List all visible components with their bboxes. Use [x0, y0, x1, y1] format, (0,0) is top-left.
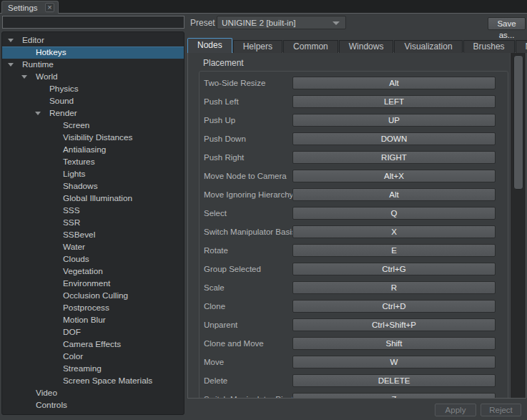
tree-item-vegetation[interactable]: Vegetation — [2, 265, 184, 278]
tab-helpers[interactable]: Helpers — [233, 40, 282, 53]
tree-item-render[interactable]: Render — [2, 107, 184, 119]
hotkey-action-label: Select — [200, 209, 292, 218]
hotkey-row: Switch Manipulator BasisX — [200, 223, 508, 241]
reject-button[interactable]: Reject — [481, 404, 521, 416]
tree-item-camera-effects[interactable]: Camera Effects — [2, 338, 184, 351]
hotkey-action-label: Push Left — [200, 97, 292, 106]
tree-item-label: Physics — [2, 84, 79, 94]
hotkey-button-switch-manipulator-basis[interactable]: X — [292, 225, 496, 238]
tree-item-clouds[interactable]: Clouds — [2, 253, 184, 265]
hotkey-button-push-down[interactable]: DOWN — [292, 132, 496, 145]
tree-item-label: SSS — [2, 205, 80, 215]
vertical-scrollbar[interactable] — [510, 53, 526, 398]
hotkey-action-label: Clone and Move — [200, 339, 292, 348]
preset-dropdown[interactable]: UNIGINE 2 [built-in] — [217, 16, 346, 29]
hotkey-row: Push LeftLEFT — [200, 92, 508, 111]
hotkey-row: Push RightRIGHT — [200, 148, 508, 167]
hotkey-action-label: Two-Side Resize — [200, 79, 292, 87]
hotkey-action-label: Delete — [200, 376, 292, 385]
tree-item-environment[interactable]: Environment — [2, 278, 184, 290]
tree-item-visibility-distances[interactable]: Visibility Distances — [2, 132, 184, 144]
hotkeys-panel: Placement Two-Side ResizeAltPush LeftLEF… — [187, 52, 526, 399]
hotkey-button-switch-manipulator-pivot[interactable]: Z — [292, 393, 496, 399]
tab-navigation[interactable]: Navigation — [516, 40, 527, 53]
hotkey-row: MoveW — [200, 353, 508, 371]
expander-arrow-icon[interactable] — [35, 112, 41, 115]
settings-tab-title: Settings — [8, 4, 39, 12]
tree-item-controls[interactable]: Controls — [2, 399, 184, 411]
hotkey-button-delete[interactable]: DELETE — [292, 374, 496, 387]
hotkey-button-unparent[interactable]: Ctrl+Shift+P — [292, 318, 496, 331]
tree-item-label: Antialiasing — [2, 145, 106, 155]
hotkey-button-rotate[interactable]: E — [292, 244, 496, 257]
tree-item-postprocess[interactable]: Postprocess — [2, 302, 184, 314]
tree-item-sss[interactable]: SSS — [2, 205, 184, 217]
tab-windows[interactable]: Windows — [339, 40, 394, 53]
tree-item-hotkeys[interactable]: Hotkeys — [2, 47, 184, 59]
tree-item-ssr[interactable]: SSR — [2, 217, 184, 229]
hotkey-row: Push UpUP — [200, 111, 508, 130]
tree-item-physics[interactable]: Physics — [2, 83, 184, 95]
hotkey-button-push-right[interactable]: RIGHT — [292, 151, 496, 164]
hotkey-button-push-up[interactable]: UP — [292, 114, 496, 127]
tree-item-label: Screen Space Materials — [2, 376, 152, 386]
hotkey-button-select[interactable]: Q — [292, 207, 496, 220]
tree-item-label: SSBevel — [2, 230, 95, 240]
settings-window: Settings × EditorHotkeysRuntimeWorldPhys… — [0, 0, 527, 420]
hotkey-row: Clone and MoveShift — [200, 334, 508, 353]
tree-item-screen[interactable]: Screen — [2, 119, 184, 132]
tree-item-global-illumination[interactable]: Global Illumination — [2, 192, 184, 205]
hotkey-button-move-ignoring-hierarchy[interactable]: Alt — [292, 188, 496, 201]
tree-item-lights[interactable]: Lights — [2, 168, 184, 180]
hotkey-button-move[interactable]: W — [292, 356, 496, 368]
preset-value: UNIGINE 2 [built-in] — [222, 18, 296, 28]
tree-item-label: SSR — [2, 218, 80, 228]
tree-item-occlusion-culling[interactable]: Occlusion Culling — [2, 290, 184, 302]
hotkey-button-group-selected[interactable]: Ctrl+G — [292, 263, 496, 275]
hotkey-button-clone[interactable]: Ctrl+D — [292, 300, 496, 313]
hotkey-button-clone-and-move[interactable]: Shift — [292, 337, 496, 350]
expander-arrow-icon[interactable] — [8, 39, 14, 42]
tree-item-editor[interactable]: Editor — [2, 34, 184, 47]
apply-button[interactable]: Apply — [435, 404, 476, 416]
tree-item-ssbevel[interactable]: SSBevel — [2, 229, 184, 241]
hotkey-row: Push DownDOWN — [200, 130, 508, 148]
tree-item-color[interactable]: Color — [2, 351, 184, 363]
tab-common[interactable]: Common — [283, 40, 338, 53]
hotkey-button-scale[interactable]: R — [292, 281, 496, 294]
tree-item-motion-blur[interactable]: Motion Blur — [2, 314, 184, 326]
scrollbar-thumb[interactable] — [513, 55, 523, 190]
tree-item-world[interactable]: World — [2, 71, 184, 83]
hotkey-row: Move Ignoring HierarchyAlt — [200, 185, 508, 204]
hotkey-action-label: Scale — [200, 283, 292, 292]
hotkey-button-move-node-to-camera[interactable]: Alt+X — [292, 170, 496, 182]
tree-item-video[interactable]: Video — [2, 387, 184, 399]
tree-item-label: Lights — [2, 169, 85, 179]
tree-item-label: Water — [2, 242, 85, 252]
hotkey-action-label: Clone — [200, 302, 292, 311]
search-input[interactable] — [2, 16, 184, 29]
hotkey-button-push-left[interactable]: LEFT — [292, 95, 496, 108]
close-icon[interactable]: × — [45, 3, 54, 12]
save-as-button[interactable]: Save as... — [488, 17, 526, 30]
tree-item-label: Motion Blur — [2, 315, 106, 325]
tree-item-streaming[interactable]: Streaming — [2, 363, 184, 375]
tab-brushes[interactable]: Brushes — [463, 40, 515, 53]
tree-item-screen-space-materials[interactable]: Screen Space Materials — [2, 375, 184, 387]
tree-item-label: Postprocess — [2, 303, 109, 313]
tree-item-runtime[interactable]: Runtime — [2, 59, 184, 71]
tree-item-sound[interactable]: Sound — [2, 95, 184, 107]
tree-item-dof[interactable]: DOF — [2, 326, 184, 338]
tree-item-water[interactable]: Water — [2, 241, 184, 253]
expander-arrow-icon[interactable] — [8, 63, 14, 67]
tree-item-label: World — [2, 72, 58, 82]
tree-item-label: Clouds — [2, 254, 89, 264]
expander-arrow-icon[interactable] — [21, 75, 27, 79]
tree-item-textures[interactable]: Textures — [2, 156, 184, 168]
tab-nodes[interactable]: Nodes — [187, 38, 232, 53]
tab-visualization[interactable]: Visualization — [394, 40, 462, 53]
settings-doc-tab[interactable]: Settings × — [1, 1, 59, 14]
tree-item-antialiasing[interactable]: Antialiasing — [2, 144, 184, 156]
hotkey-button-two-side-resize[interactable]: Alt — [292, 77, 496, 89]
tree-item-shadows[interactable]: Shadows — [2, 180, 184, 192]
